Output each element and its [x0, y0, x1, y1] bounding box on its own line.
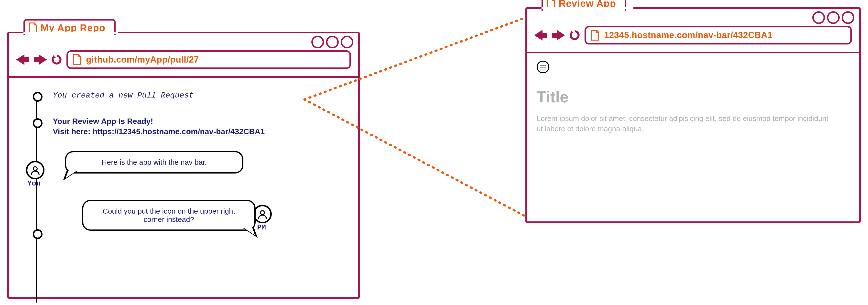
document-icon [73, 54, 82, 65]
back-button[interactable] [534, 30, 548, 40]
visit-prefix: Visit here: [53, 127, 93, 136]
svg-point-3 [260, 211, 265, 215]
url-text: 12345.hostname.com/nav-bar/432CBA1 [604, 30, 772, 40]
timeline-node [33, 92, 42, 102]
avatar-you-label: You [27, 179, 40, 188]
window-control-dot[interactable] [311, 36, 324, 49]
comment-you-text: Here is the app with the nav bar. [102, 158, 207, 166]
back-button[interactable] [16, 54, 29, 65]
hamburger-menu-icon[interactable] [537, 61, 549, 73]
avatar-pm [253, 205, 272, 223]
review-app-content: Title Lorem ipsum dolor sit amet, consec… [527, 53, 859, 141]
window-control-dot[interactable] [842, 11, 854, 24]
pr-created-text: You created a new Pull Request [53, 91, 193, 100]
document-icon [591, 30, 600, 40]
svg-point-2 [33, 167, 37, 171]
review-app-window: Review App 12345.hostname.com/nav-bar/43… [525, 7, 861, 223]
window-control-dot[interactable] [326, 36, 339, 49]
review-app-ready: Your Review App Is Ready! Visit here: ht… [53, 116, 265, 136]
window-controls [311, 36, 353, 49]
window-control-dot[interactable] [827, 11, 840, 24]
review-app-link[interactable]: https://12345.hostname.com/nav-bar/432CB… [93, 127, 265, 136]
avatar-you [26, 161, 44, 179]
url-text: github.com/myApp/pull/27 [86, 55, 199, 65]
window-control-dot[interactable] [812, 11, 825, 24]
placeholder-title: Title [537, 88, 849, 106]
timeline-node [33, 118, 42, 128]
timeline-node [33, 229, 42, 239]
comment-pm-text: Could you put the icon on the upper righ… [103, 207, 235, 223]
repo-browser-window: My App Repo github.com/myApp/pull/27 You… [7, 32, 360, 299]
url-bar[interactable]: github.com/myApp/pull/27 [66, 50, 351, 69]
comment-bubble-you: Here is the app with the nav bar. [65, 151, 243, 174]
placeholder-body: Lorem ipsum dolor sit amet, consectetur … [537, 113, 830, 134]
pr-content: You created a new Pull Request Your Revi… [9, 78, 358, 305]
window-controls [812, 11, 854, 24]
forward-button[interactable] [552, 30, 565, 40]
browser-toolbar: github.com/myApp/pull/27 [9, 33, 358, 78]
comment-bubble-pm: Could you put the icon on the upper righ… [82, 200, 256, 231]
browser-toolbar: 12345.hostname.com/nav-bar/432CBA1 [527, 9, 859, 53]
reload-button[interactable] [51, 54, 62, 65]
forward-button[interactable] [34, 54, 47, 65]
reload-button[interactable] [569, 30, 580, 40]
ready-heading: Your Review App Is Ready! [53, 116, 265, 127]
window-control-dot[interactable] [341, 36, 353, 49]
url-bar[interactable]: 12345.hostname.com/nav-bar/432CBA1 [585, 26, 852, 44]
avatar-pm-label: PM [257, 223, 266, 232]
